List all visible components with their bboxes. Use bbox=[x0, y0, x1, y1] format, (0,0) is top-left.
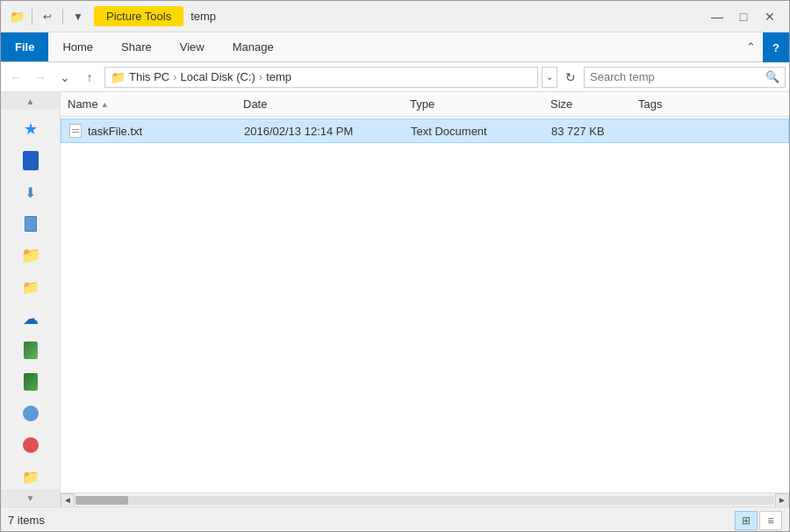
file-type-cell: Text Document bbox=[411, 125, 551, 138]
title-bar: 📁 ↩ ▼ Picture Tools temp — □ ✕ bbox=[1, 1, 789, 32]
file-size: 83 727 KB bbox=[551, 125, 605, 138]
sidebar-item-12[interactable]: 📁 bbox=[1, 461, 60, 489]
tab-manage[interactable]: Manage bbox=[219, 32, 288, 61]
view-buttons: ⊞ ≡ bbox=[735, 511, 782, 530]
address-bar: ← → ⌄ ↑ 📁 This PC › Local Disk (C:) › te… bbox=[1, 62, 789, 92]
scroll-right-button[interactable]: ► bbox=[775, 493, 789, 507]
view-details-button[interactable]: ⊞ bbox=[735, 511, 758, 530]
text-document-icon bbox=[69, 124, 82, 138]
scroll-left-button[interactable]: ◄ bbox=[61, 493, 75, 507]
tab-view[interactable]: View bbox=[166, 32, 219, 61]
view-details-icon: ⊞ bbox=[742, 514, 750, 527]
undo-icon[interactable]: ↩ bbox=[39, 8, 56, 25]
sidebar-item-2[interactable] bbox=[1, 145, 60, 176]
file-size-cell: 83 727 KB bbox=[551, 125, 639, 138]
search-box: 🔍 bbox=[584, 67, 786, 88]
path-folder-icon: 📁 bbox=[111, 70, 126, 84]
recent-locations-button[interactable]: ⌄ bbox=[54, 66, 76, 89]
close-button[interactable]: ✕ bbox=[758, 6, 782, 27]
tab-share[interactable]: Share bbox=[107, 32, 166, 61]
path-chevron1: › bbox=[173, 70, 176, 83]
table-row[interactable]: taskFile.txt 2016/02/13 12:14 PM Text Do… bbox=[61, 119, 789, 143]
arrow-icon: ⬇ bbox=[21, 183, 40, 202]
search-icon[interactable]: 🔍 bbox=[765, 70, 779, 83]
sidebar-item-11[interactable] bbox=[1, 429, 60, 461]
column-size-header[interactable]: Size bbox=[550, 97, 638, 111]
sidebar-item-4[interactable] bbox=[1, 208, 60, 240]
minimize-button[interactable]: — bbox=[705, 6, 729, 27]
forward-button[interactable]: → bbox=[29, 66, 52, 89]
folder-icon: 📁 bbox=[8, 8, 25, 25]
file-list: taskFile.txt 2016/02/13 12:14 PM Text Do… bbox=[61, 117, 789, 492]
sidebar-item-6[interactable]: 📁 bbox=[1, 271, 60, 303]
maximize-button[interactable]: □ bbox=[731, 6, 756, 27]
items-count: 7 items bbox=[8, 514, 45, 527]
file-date: 2016/02/13 12:14 PM bbox=[244, 125, 353, 138]
file-area: Name ▲ Date Type Size Tags bbox=[61, 92, 789, 507]
folder-y2-icon: 📁 bbox=[21, 467, 40, 486]
status-bar: 7 items ⊞ ≡ bbox=[1, 507, 789, 532]
sidebar-item-5[interactable]: 📁 bbox=[1, 240, 60, 271]
sidebar-scroll-up[interactable]: ▲ bbox=[1, 92, 60, 110]
red-circle-icon bbox=[23, 437, 39, 453]
sidebar: ▲ ★ ⬇ 📁 📁 ☁ bbox=[1, 92, 61, 507]
file-name-cell: taskFile.txt bbox=[68, 123, 244, 139]
sidebar-item-8[interactable] bbox=[1, 334, 60, 366]
picture-tools-tab[interactable]: Picture Tools bbox=[94, 6, 183, 26]
sidebar-item-1[interactable]: ★ bbox=[1, 113, 60, 145]
path-localdisk: Local Disk (C:) bbox=[181, 70, 255, 83]
column-name-header[interactable]: Name ▲ bbox=[68, 97, 243, 111]
window-title: temp bbox=[190, 10, 705, 23]
horizontal-scrollbar: ◄ ► bbox=[61, 492, 789, 507]
sidebar-scroll-down[interactable]: ▼ bbox=[1, 489, 60, 507]
green-doc-icon bbox=[24, 341, 38, 359]
search-input[interactable] bbox=[590, 70, 762, 83]
file-blue-icon bbox=[25, 216, 37, 232]
star-icon: ★ bbox=[21, 119, 40, 139]
column-date-header[interactable]: Date bbox=[243, 97, 410, 111]
help-button[interactable]: ? bbox=[763, 32, 789, 62]
sidebar-items: ★ ⬇ 📁 📁 ☁ bbox=[1, 110, 60, 489]
sidebar-item-10[interactable] bbox=[1, 398, 60, 429]
green-doc2-icon bbox=[24, 373, 38, 391]
path-thispc: This PC bbox=[129, 70, 169, 83]
view-list-icon: ≡ bbox=[767, 514, 773, 527]
sidebar-item-9[interactable] bbox=[1, 366, 60, 398]
toolbar-icons: 📁 ↩ ▼ bbox=[8, 8, 87, 25]
column-tags-header[interactable]: Tags bbox=[638, 97, 782, 111]
address-path[interactable]: 📁 This PC › Local Disk (C:) › temp bbox=[104, 67, 538, 88]
sidebar-item-7[interactable]: ☁ bbox=[1, 303, 60, 334]
ribbon: File Home Share View Manage ⌃ ? bbox=[1, 32, 789, 62]
column-type-header[interactable]: Type bbox=[410, 97, 550, 111]
file-name: taskFile.txt bbox=[88, 125, 142, 138]
path-chevron2: › bbox=[259, 70, 262, 83]
path-temp: temp bbox=[266, 70, 291, 83]
separator bbox=[32, 9, 32, 25]
view-list-button[interactable]: ≡ bbox=[759, 511, 782, 530]
scroll-track[interactable] bbox=[75, 496, 774, 505]
column-headers: Name ▲ Date Type Size Tags bbox=[61, 92, 789, 117]
main-area: ▲ ★ ⬇ 📁 📁 ☁ bbox=[1, 92, 789, 507]
tab-file[interactable]: File bbox=[1, 32, 48, 61]
scroll-thumb[interactable] bbox=[75, 496, 128, 505]
onedrive-icon: ☁ bbox=[21, 309, 40, 328]
folder-yellow-sm-icon: 📁 bbox=[21, 277, 40, 297]
file-date-cell: 2016/02/13 12:14 PM bbox=[244, 125, 411, 138]
ribbon-expand-button[interactable]: ⌃ bbox=[739, 32, 763, 61]
tab-home[interactable]: Home bbox=[48, 32, 107, 61]
back-button[interactable]: ← bbox=[4, 66, 27, 89]
window-controls: — □ ✕ bbox=[705, 6, 782, 27]
sidebar-item-3[interactable]: ⬇ bbox=[1, 176, 60, 208]
separator2 bbox=[62, 9, 63, 25]
address-dropdown-button[interactable]: ⌄ bbox=[542, 67, 557, 88]
refresh-button[interactable]: ↻ bbox=[559, 67, 582, 88]
blue-circle-icon bbox=[23, 406, 39, 421]
blue-rect-icon bbox=[23, 151, 39, 170]
txt-file-icon bbox=[68, 123, 83, 139]
file-type: Text Document bbox=[411, 125, 487, 138]
customize-icon[interactable]: ▼ bbox=[69, 8, 87, 25]
up-button[interactable]: ↑ bbox=[78, 66, 101, 89]
folder-yellow-icon: 📁 bbox=[21, 246, 40, 265]
sort-arrow-icon: ▲ bbox=[101, 100, 109, 109]
